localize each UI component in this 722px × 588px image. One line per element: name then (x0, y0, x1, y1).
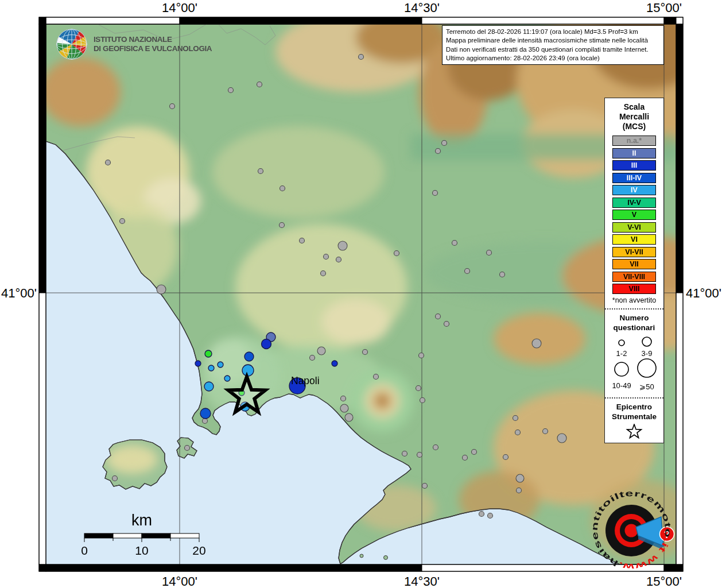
epicenter-star-key (624, 424, 644, 441)
legend-class-n.a.*: n.a.* (612, 136, 656, 146)
legend-footnote: *non avvertito (605, 296, 663, 304)
intensity-point-III (262, 339, 271, 349)
intensity-point-na (557, 434, 566, 443)
intensity-point-na (488, 513, 493, 519)
legend-class-IV: IV (612, 185, 656, 195)
ingv-logo: ISTITUTO NAZIONALE DI GEOFISICA E VULCAN… (55, 28, 212, 61)
scale-unit-label: km (131, 512, 152, 529)
intensity-point-na (517, 488, 522, 493)
intensity-point-na (513, 416, 518, 421)
intensity-point-na (463, 455, 468, 461)
questionnaire-size-circle-⩾50 (638, 359, 656, 377)
intensity-point-na (516, 474, 524, 482)
questionnaire-size-label: ⩾50 (639, 382, 654, 391)
questionnaire-size-label: 10-49 (612, 381, 631, 390)
legend-title-line3: (MCS) (605, 122, 663, 131)
lon-label-bottom-15-00: 15°00' (646, 574, 682, 588)
legend-class-V: V (612, 210, 656, 220)
scale-tick-10: 10 (135, 544, 148, 557)
islet (360, 554, 363, 558)
questionnaire-size-label: 3-9 (642, 349, 653, 358)
lon-label-top-14-30: 14°30' (404, 1, 440, 16)
lon-label-bottom-14-00: 14°00' (162, 574, 197, 588)
intensity-point-na (417, 452, 422, 458)
star-icon (627, 424, 642, 438)
intensity-point-na (420, 398, 425, 403)
legend-class-VII-VIII: VII-VIII (612, 272, 656, 282)
intensity-point-III-IV (200, 408, 211, 419)
intensity-point-IV (224, 376, 230, 381)
epicenter-title-line2: Strumentale (605, 412, 663, 421)
intensity-point-na (157, 285, 166, 294)
earthquake-info-box: Terremoto del 28-02-2026 11:19:07 (ora l… (442, 25, 664, 65)
intensity-point-na (444, 322, 449, 327)
questionnaire-size-label: 1-2 (616, 349, 627, 358)
intensity-point-IV (242, 365, 254, 376)
intensity-point-na (106, 160, 111, 165)
legend-class-VIII: VIII (612, 284, 656, 294)
questionnaire-title-line1: Numero (605, 313, 663, 323)
intensity-point-na (317, 347, 325, 355)
legend-title-line2: Mercalli (605, 112, 663, 122)
intensity-point-na (532, 339, 541, 348)
scale-tick-0: 0 (81, 544, 88, 557)
questionnaire-size-circle-1-2 (619, 340, 624, 346)
intensity-point-na (442, 141, 447, 146)
intensity-point-na (258, 169, 263, 174)
ingv-name-line1: ISTITUTO NAZIONALE (94, 35, 212, 45)
epicenter-title-line1: Epicentro (605, 402, 663, 412)
intensity-point-na (228, 88, 234, 93)
screenshot-stage: km 0 10 20 Napoli ? www.haise (0, 0, 722, 588)
legend-class-III: III (612, 160, 656, 171)
intensity-point-na (336, 257, 341, 262)
lon-label-bottom-14-30: 14°30' (404, 574, 440, 588)
intensity-point-na (120, 219, 125, 224)
ingv-globe-icon (55, 28, 88, 61)
info-line-map-type: Mappa preliminare delle intensità macros… (446, 36, 660, 45)
intensity-point-na (185, 446, 190, 451)
intensity-point-na (500, 272, 505, 277)
intensity-point-na (433, 445, 438, 450)
questionnaire-size-circle-3-9 (642, 337, 651, 346)
legend-panel: Scala Mercalli (MCS) n.a.*IIIIIIII-IVIVI… (604, 98, 664, 443)
islet (384, 556, 388, 560)
intensity-point-na (543, 429, 548, 434)
scale-tick-20: 20 (192, 544, 205, 557)
city-label-napoli: Napoli (291, 375, 320, 386)
intensity-point-na (465, 269, 470, 274)
intensity-point-na (338, 241, 347, 250)
intensity-point-III (195, 361, 201, 366)
intensity-point-na (436, 314, 441, 319)
intensity-point-na (374, 374, 379, 380)
legend-class-VI: VI (612, 234, 656, 245)
intensity-point-III-IV (244, 352, 254, 361)
intensity-point-na (310, 355, 315, 361)
legend-class-VII: VII (612, 259, 656, 269)
info-line-data-source: Dati non verificati estratti da 350 ques… (446, 45, 660, 54)
legend-class-III-IV: III-IV (612, 173, 656, 183)
intensity-point-na (487, 250, 492, 256)
intensity-point-na (280, 186, 285, 191)
legend-separator (605, 308, 663, 310)
intensity-point-V (205, 350, 212, 357)
questionnaire-size-circle-10-49 (615, 362, 628, 376)
intensity-point-na (359, 55, 364, 60)
intensity-point-na (112, 476, 118, 481)
legend-class-II: II (612, 148, 656, 158)
intensity-point-na (402, 451, 407, 457)
intensity-point-na (321, 271, 326, 276)
intensity-point-na (170, 104, 175, 109)
legend-class-IV-V: IV-V (612, 198, 656, 208)
intensity-point-na (479, 512, 484, 517)
intensity-point-na (324, 254, 329, 260)
questionnaire-size-key: 1-23-910-49⩾50 (607, 334, 662, 393)
legend-title-line1: Scala (605, 102, 663, 112)
intensity-point-na (341, 396, 346, 401)
lon-label-top-14-00: 14°00' (162, 1, 197, 16)
intensity-point-na (345, 413, 353, 421)
questionnaire-title-line2: questionari (605, 323, 663, 332)
ingv-name-line2: DI GEOFISICA E VULCANOLOGIA (94, 44, 212, 54)
intensity-point-na (394, 251, 399, 256)
intensity-point-na (363, 350, 368, 355)
intensity-point-na (436, 149, 441, 154)
